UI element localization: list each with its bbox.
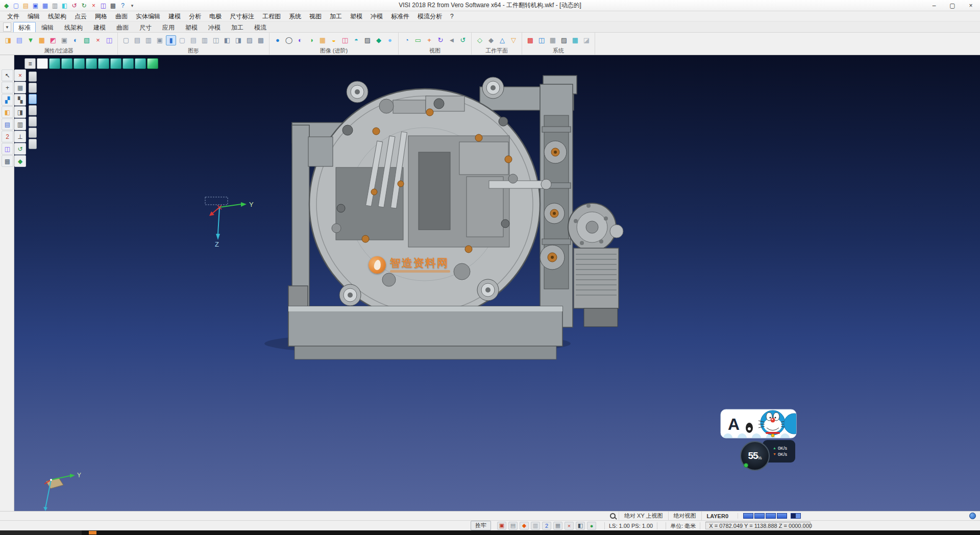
taskbar-app-icon[interactable] (89, 531, 96, 534)
menu-item[interactable]: 建模 (164, 11, 185, 21)
help-icon[interactable]: ? (118, 1, 127, 10)
wplane-3point-icon[interactable]: △ (497, 35, 507, 45)
select-icon[interactable]: ↖ (2, 69, 13, 81)
dimension-icon[interactable]: 2 (2, 131, 13, 142)
ortho-status-icon[interactable]: 2 (542, 522, 551, 530)
menu-item[interactable]: 文件 (3, 11, 23, 21)
image-shadow-icon[interactable]: ▨ (362, 35, 373, 45)
layer-color-swatch-4[interactable] (777, 513, 787, 519)
ribbon-tab[interactable]: 尺寸 (134, 22, 157, 32)
app-icon[interactable]: ◆ (2, 1, 11, 10)
graphics-panel-icon[interactable]: ▮ (166, 35, 176, 45)
grid-status-icon[interactable]: ▥ (531, 522, 540, 530)
view-list-icon[interactable]: ≡ (24, 58, 36, 69)
settings-icon[interactable]: ▩ (109, 1, 117, 10)
image-render-icon[interactable]: ◑ (306, 35, 316, 45)
image-material-icon[interactable]: ◆ (374, 35, 384, 45)
view-redraw-icon[interactable]: ↺ (458, 35, 468, 45)
image-section-icon[interactable]: ◫ (340, 35, 350, 45)
ribbon-tab[interactable]: 加工 (226, 22, 249, 32)
new-file-icon[interactable]: ▢ (12, 1, 20, 10)
attr-color-icon[interactable]: ◩ (48, 35, 58, 45)
attr-filter-icon[interactable]: ▼ (26, 35, 36, 45)
graphics-export-icon[interactable]: ▨ (244, 35, 255, 45)
ribbon-tab[interactable]: 塑模 (180, 22, 203, 32)
quick-access-caret-icon[interactable]: ▾ (129, 3, 135, 8)
viewport-layout-7[interactable] (29, 139, 37, 149)
memory-usage-bubble[interactable]: 55 % (740, 441, 770, 471)
trim-icon[interactable]: ▞ (2, 94, 13, 106)
ribbon-tab[interactable]: 应用 (157, 22, 180, 32)
lock-status-icon[interactable]: ▣ (497, 522, 506, 530)
close-button[interactable]: × (962, 0, 980, 11)
wplane-standard-icon[interactable]: ◇ (475, 35, 485, 45)
ribbon-tab[interactable]: 线架构 (59, 22, 88, 32)
grid-icon[interactable]: ▦ (14, 82, 26, 93)
attr-paint-icon[interactable]: ◨ (3, 35, 13, 45)
menu-item[interactable]: 加工 (326, 11, 346, 21)
graphics-duplicate-icon[interactable]: ◫ (211, 35, 221, 45)
osnap-status-icon[interactable]: ◆ (520, 522, 529, 530)
lock-toggle-button[interactable]: 拴牢 (471, 521, 491, 530)
view-previous-icon[interactable]: ◄ (447, 35, 457, 45)
menu-item[interactable]: 编辑 (23, 11, 44, 21)
split-icon[interactable]: ▚ (14, 94, 26, 106)
view-zoom-window-icon[interactable]: ▭ (413, 35, 423, 45)
ribbon-tab[interactable]: 编辑 (36, 22, 59, 32)
doraemon-sticker-widget[interactable]: A (720, 408, 797, 439)
viewport-3d[interactable] (14, 55, 980, 511)
graphics-new-icon[interactable]: ▢ (121, 35, 131, 45)
note-icon[interactable]: ▤ (2, 118, 13, 130)
snap-point-icon[interactable]: + (2, 82, 13, 93)
graphics-reference-icon[interactable]: ◨ (233, 35, 243, 45)
image-sphere-icon[interactable]: ● (385, 35, 395, 45)
dynamic-status-icon[interactable]: ● (587, 522, 596, 530)
view-back-icon[interactable] (110, 58, 121, 69)
menu-item[interactable]: 分析 (185, 11, 205, 21)
menu-item[interactable]: 实体编辑 (132, 11, 164, 21)
layer-color-swatch-3[interactable] (766, 513, 776, 519)
graphics-copy-icon[interactable]: ▢ (177, 35, 187, 45)
menu-item[interactable]: 线架构 (44, 11, 70, 21)
viewport-layout-2[interactable] (29, 83, 37, 93)
ribbon-tab[interactable]: 曲面 (111, 22, 134, 32)
active-layer-indicator[interactable]: LAYER0 (701, 512, 733, 520)
wcs-status-icon[interactable]: ◧ (576, 522, 585, 530)
image-wireframe-icon[interactable]: ◯ (284, 35, 294, 45)
view-left-icon[interactable] (98, 58, 109, 69)
attr-layer-icon[interactable]: ▦ (37, 35, 47, 45)
hatch-icon[interactable]: ◨ (14, 106, 26, 118)
viewport-layout-1[interactable] (29, 71, 37, 82)
view-axonometric-icon[interactable] (135, 58, 146, 69)
view-bottom-icon[interactable] (122, 58, 134, 69)
ribbon-tab[interactable]: 模流 (249, 22, 272, 32)
palette-icon[interactable]: ◫ (2, 143, 13, 155)
menu-item[interactable]: 网格 (91, 11, 111, 21)
system-plane-icon[interactable]: ◪ (581, 35, 592, 45)
wplane-view-icon[interactable]: ▽ (508, 35, 519, 45)
image-ghost-icon[interactable]: ◓ (351, 35, 361, 45)
solids-icon[interactable]: ◆ (14, 155, 26, 167)
menu-item[interactable]: 塑模 (346, 11, 366, 21)
menu-item[interactable]: 点云 (70, 11, 91, 21)
redo-icon[interactable]: ↻ (80, 1, 88, 10)
viewport-layout-4[interactable] (29, 105, 37, 115)
image-texture-icon[interactable]: ▦ (317, 35, 328, 45)
viewport-layout-5[interactable] (29, 116, 37, 127)
measure-icon[interactable]: ◫ (99, 1, 108, 10)
attr-copy-icon[interactable]: ▤ (14, 35, 24, 45)
graphics-open-icon[interactable]: ▥ (143, 35, 154, 45)
wplane-face-icon[interactable]: ◆ (486, 35, 496, 45)
viewport-layout-3[interactable] (29, 94, 37, 104)
system-snap-icon[interactable]: ◫ (536, 35, 547, 45)
view-iso-icon[interactable] (49, 58, 60, 69)
tabs-caret-icon[interactable]: ▼ (3, 22, 11, 32)
layers-icon[interactable]: ▩ (2, 155, 13, 167)
fill-icon[interactable]: ◧ (2, 106, 13, 118)
view-rotate-icon[interactable]: ↻ (435, 35, 446, 45)
perpendicular-icon[interactable]: ⊥ (14, 131, 26, 142)
system-calculator-icon[interactable]: ▦ (548, 35, 558, 45)
image-hidden-line-icon[interactable]: ◐ (295, 35, 305, 45)
ribbon-tab[interactable]: 建模 (88, 22, 111, 32)
ribbon-tab[interactable]: 标准 (13, 22, 36, 32)
